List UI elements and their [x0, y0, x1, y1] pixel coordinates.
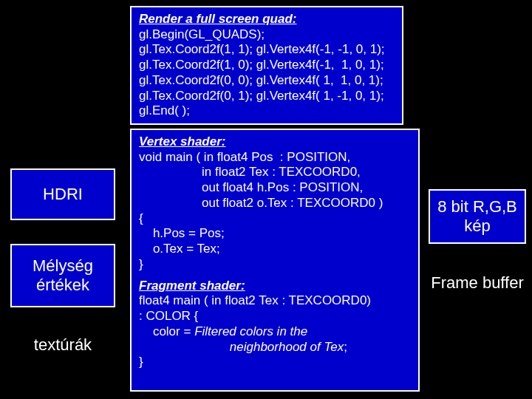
vertex-code: void main ( in float4 Pos : POSITION, in…: [139, 150, 411, 273]
quad-heading: Render a full screen quad:: [139, 12, 395, 27]
quad-code-box: Render a full screen quad: gl.Begin(GL_Q…: [130, 6, 403, 125]
framebuffer-label: Frame buffer: [423, 273, 532, 293]
rgb-box: 8 bit R,G,B kép: [429, 189, 526, 244]
vertex-heading: Vertex shader:: [139, 134, 411, 150]
melyseg-label: Mélység értékek: [33, 256, 93, 296]
fragment-body: color = Filtered colors in the neighborh…: [139, 324, 411, 370]
shader-code-box: Vertex shader: void main ( in float4 Pos…: [130, 129, 420, 392]
hdri-label: HDRI: [43, 185, 83, 204]
hdri-box: HDRI: [10, 168, 115, 220]
texturak-label: textúrák: [10, 335, 115, 355]
rgb-label: 8 bit R,G,B kép: [437, 197, 517, 236]
fragment-sig: float4 main ( in float2 Tex : TEXCOORD0)…: [139, 293, 411, 324]
quad-code: gl.Begin(GL_QUADS); gl.Tex.Coord2f(1, 1)…: [139, 27, 395, 119]
fragment-heading: Fragment shader:: [139, 279, 411, 294]
melyseg-box: Mélység értékek: [10, 244, 115, 307]
